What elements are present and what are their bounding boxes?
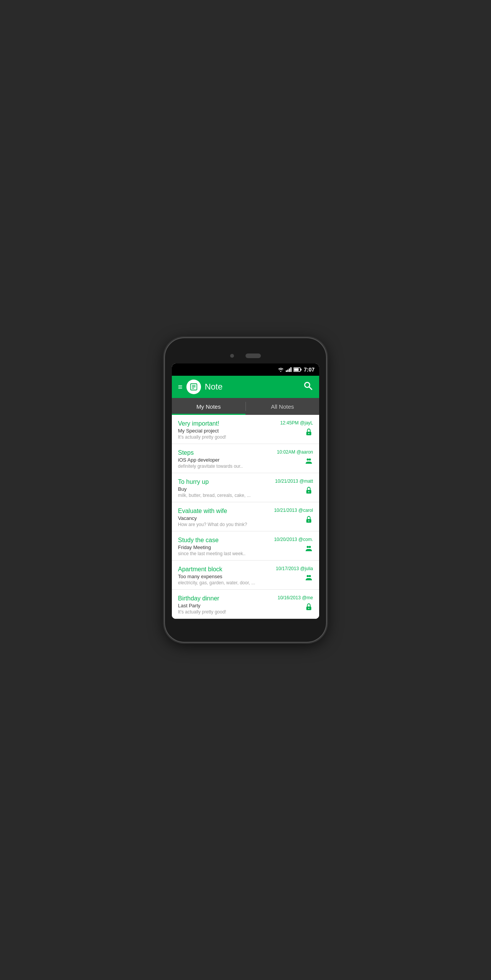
note-item[interactable]: Study the case Friday Meeting since the … — [172, 531, 319, 561]
note-meta: 10/20/2013 @com. — [274, 537, 313, 542]
note-title: Steps — [178, 449, 266, 456]
note-meta: 12:45PM @jayL — [280, 420, 313, 426]
tab-all-notes[interactable]: All Notes — [246, 398, 320, 415]
note-right: 10:02AM @aaron — [271, 449, 313, 465]
note-left: Apartment block Too many expenses electr… — [178, 566, 271, 585]
svg-point-16 — [308, 520, 310, 521]
battery-icon — [293, 367, 302, 372]
signal-bars-icon — [286, 367, 292, 372]
svg-point-18 — [309, 546, 311, 548]
note-item[interactable]: Evaluate with wife Vacancy How are you? … — [172, 502, 319, 531]
note-left: Very important! My Special project It's … — [178, 420, 271, 440]
note-meta: 10/21/2013 @matt — [275, 478, 313, 484]
phone-bottom-bar — [172, 619, 319, 626]
notes-list: Very important! My Special project It's … — [172, 415, 319, 619]
note-left: Evaluate with wife Vacancy How are you? … — [178, 508, 271, 527]
svg-point-19 — [307, 575, 309, 577]
note-title: Apartment block — [178, 566, 266, 573]
note-item[interactable]: Steps iOS App developer definitely gravi… — [172, 444, 319, 473]
note-meta: 10/17/2013 @julia — [276, 566, 313, 571]
note-subtitle: Buy — [178, 486, 266, 492]
note-meta: 10/16/2013 @me — [278, 595, 313, 600]
app-logo — [186, 380, 201, 394]
svg-line-8 — [309, 387, 312, 390]
note-preview: It's actually pretty good! — [178, 434, 266, 440]
status-bar: 7:07 — [172, 363, 319, 376]
group-icon — [305, 457, 313, 465]
phone-top-bar — [172, 350, 319, 363]
svg-point-14 — [308, 491, 310, 492]
note-right: 10/21/2013 @matt — [271, 478, 313, 495]
note-title: Birthday dinner — [178, 595, 266, 602]
note-title: Very important! — [178, 420, 266, 427]
app-title: Note — [205, 382, 303, 392]
speaker — [246, 354, 261, 358]
note-title: Evaluate with wife — [178, 508, 266, 515]
phone-device: 7:07 ≡ Note — [165, 338, 326, 642]
svg-point-11 — [307, 459, 309, 461]
lock-icon — [305, 603, 313, 611]
lock-icon — [305, 486, 313, 495]
group-icon — [305, 574, 313, 582]
note-preview: How are you? What do you think? — [178, 522, 266, 527]
note-title: To hurry up — [178, 478, 266, 485]
note-item[interactable]: Apartment block Too many expenses electr… — [172, 561, 319, 590]
note-left: Steps iOS App developer definitely gravi… — [178, 449, 271, 469]
note-preview: definitely gravitate towards our.. — [178, 464, 266, 469]
note-subtitle: Vacancy — [178, 515, 266, 521]
status-icons: 7:07 — [278, 367, 315, 373]
note-subtitle: My Special project — [178, 428, 266, 434]
note-item[interactable]: Very important! My Special project It's … — [172, 415, 319, 444]
note-preview: It's actually pretty good! — [178, 609, 266, 615]
svg-rect-2 — [294, 368, 298, 371]
app-bar: ≡ Note — [172, 376, 319, 398]
note-right: 10/20/2013 @com. — [271, 537, 313, 553]
svg-point-12 — [309, 459, 311, 461]
front-camera — [230, 354, 234, 358]
note-item[interactable]: Birthday dinner Last Party It's actually… — [172, 590, 319, 619]
note-subtitle: Friday Meeting — [178, 544, 266, 550]
note-left: Birthday dinner Last Party It's actually… — [178, 595, 271, 615]
note-right: 12:45PM @jayL — [271, 420, 313, 436]
note-right: 10/16/2013 @me — [271, 595, 313, 611]
svg-point-20 — [309, 575, 311, 577]
lock-icon — [305, 428, 313, 436]
note-icon — [189, 383, 198, 391]
note-right: 10/17/2013 @julia — [271, 566, 313, 582]
lock-icon — [305, 515, 313, 524]
tab-my-notes[interactable]: My Notes — [172, 398, 246, 415]
hamburger-menu-icon[interactable]: ≡ — [178, 383, 183, 391]
svg-rect-1 — [300, 369, 302, 371]
note-subtitle: Too many expenses — [178, 574, 266, 579]
search-button[interactable] — [303, 381, 313, 393]
note-subtitle: Last Party — [178, 603, 266, 608]
svg-point-22 — [308, 608, 310, 609]
note-preview: electricity, gas, garden, water, door, .… — [178, 580, 266, 585]
note-meta: 10/21/2013 @carol — [274, 508, 313, 513]
svg-point-17 — [307, 546, 309, 548]
note-meta: 10:02AM @aaron — [277, 449, 313, 455]
note-right: 10/21/2013 @carol — [271, 508, 313, 524]
note-title: Study the case — [178, 537, 266, 544]
tab-bar: My Notes All Notes — [172, 398, 319, 415]
wifi-icon — [278, 367, 284, 372]
note-item[interactable]: To hurry up Buy milk, butter, bread, cer… — [172, 473, 319, 502]
note-preview: since the last meeting last week.. — [178, 551, 266, 556]
group-icon — [305, 544, 313, 553]
note-left: Study the case Friday Meeting since the … — [178, 537, 271, 556]
status-time: 7:07 — [304, 367, 315, 373]
note-preview: milk, butter, bread, cereals, cake, ... — [178, 493, 266, 498]
note-subtitle: iOS App developer — [178, 457, 266, 463]
phone-screen: 7:07 ≡ Note — [172, 363, 319, 619]
note-left: To hurry up Buy milk, butter, bread, cer… — [178, 478, 271, 498]
svg-point-10 — [308, 433, 310, 434]
